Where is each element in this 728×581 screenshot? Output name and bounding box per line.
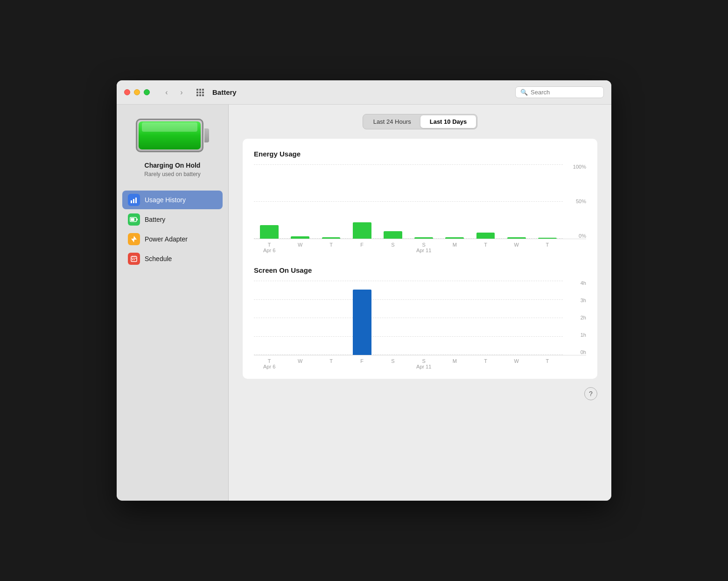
y-label-50: 50% bbox=[576, 199, 586, 204]
search-input[interactable] bbox=[531, 89, 599, 96]
main-window: ‹ › Battery 🔍 bbox=[117, 80, 611, 501]
sidebar-item-usage-history[interactable]: Usage History bbox=[122, 191, 223, 209]
x-day-label: F bbox=[360, 358, 364, 364]
x-day-label: S bbox=[422, 242, 425, 248]
bar-column bbox=[439, 164, 470, 239]
back-button[interactable]: ‹ bbox=[160, 86, 173, 99]
bar-column bbox=[501, 281, 532, 355]
search-bar[interactable]: 🔍 bbox=[515, 86, 604, 98]
x-label-col: W bbox=[501, 242, 532, 253]
y-label-0: 0% bbox=[579, 234, 586, 239]
x-label-col: M bbox=[439, 242, 470, 253]
x-label-col: TApr 6 bbox=[254, 242, 285, 253]
bar-column bbox=[347, 164, 378, 239]
x-day-label: T bbox=[484, 242, 487, 248]
sidebar-item-power-adapter[interactable]: Power Adapter bbox=[122, 230, 223, 248]
bar-column bbox=[532, 281, 563, 355]
x-day-label: T bbox=[268, 242, 271, 248]
svg-rect-4 bbox=[131, 218, 134, 221]
x-label-col: T bbox=[315, 358, 346, 369]
svg-rect-10 bbox=[131, 258, 137, 259]
content-area: Last 24 Hours Last 10 Days Energy Usage bbox=[229, 105, 611, 501]
screen-x-labels: TApr 6WTFSSApr 11MTWT bbox=[254, 358, 563, 369]
bar-column bbox=[254, 164, 285, 239]
x-day-label: W bbox=[298, 242, 302, 248]
energy-usage-chart: 100% 50% 0% bbox=[254, 164, 586, 239]
sidebar-label-schedule: Schedule bbox=[145, 255, 172, 262]
x-date-label: Apr 6 bbox=[263, 364, 275, 369]
y-label-1h: 1h bbox=[581, 333, 586, 338]
bar-column bbox=[315, 164, 346, 239]
x-label-col: T bbox=[470, 242, 501, 253]
x-label-col: T bbox=[532, 358, 563, 369]
minimize-button[interactable] bbox=[134, 89, 140, 95]
bar-column bbox=[315, 281, 346, 355]
battery-sub: Rarely used on battery bbox=[144, 171, 201, 177]
bar bbox=[322, 237, 341, 239]
x-label-col: M bbox=[439, 358, 470, 369]
bar-column bbox=[254, 281, 285, 355]
battery-icon bbox=[128, 213, 140, 226]
schedule-icon bbox=[128, 253, 140, 265]
x-day-label: W bbox=[298, 358, 302, 364]
x-day-label: T bbox=[484, 358, 487, 364]
sidebar-item-battery[interactable]: Battery bbox=[122, 210, 223, 229]
close-button[interactable] bbox=[124, 89, 130, 95]
x-label-col: F bbox=[347, 358, 378, 369]
tab-last-24h[interactable]: Last 24 Hours bbox=[364, 115, 420, 128]
bar bbox=[414, 237, 433, 239]
sidebar: Charging On Hold Rarely used on battery … bbox=[117, 105, 229, 501]
bar bbox=[384, 231, 402, 239]
y-label-2h: 2h bbox=[581, 315, 586, 320]
y-label-3h: 3h bbox=[581, 298, 586, 303]
energy-usage-section: Energy Usage 100% 50% 0% bbox=[254, 150, 586, 253]
bar-column bbox=[532, 164, 563, 239]
x-label-col: T bbox=[315, 242, 346, 253]
bar bbox=[445, 237, 464, 239]
tab-bar: Last 24 Hours Last 10 Days bbox=[363, 114, 477, 129]
bar bbox=[260, 225, 279, 239]
svg-rect-8 bbox=[133, 256, 133, 257]
bar-column bbox=[347, 281, 378, 355]
tab-last-10d[interactable]: Last 10 Days bbox=[420, 115, 476, 128]
screen-usage-chart: 4h 3h 2h 1h 0h bbox=[254, 281, 586, 355]
sidebar-item-schedule[interactable]: Schedule bbox=[122, 249, 223, 268]
svg-rect-5 bbox=[137, 219, 138, 220]
x-label-col: W bbox=[285, 358, 315, 369]
sidebar-label-power-adapter: Power Adapter bbox=[145, 235, 188, 243]
bar bbox=[538, 238, 557, 239]
bar-column bbox=[378, 164, 408, 239]
x-label-col: SApr 11 bbox=[408, 358, 439, 369]
usage-history-icon bbox=[128, 194, 140, 206]
bar bbox=[353, 290, 371, 355]
screen-y-labels: 4h 3h 2h 1h 0h bbox=[565, 281, 586, 355]
help-button[interactable]: ? bbox=[584, 387, 597, 400]
x-label-col: W bbox=[285, 242, 315, 253]
grid-icon[interactable] bbox=[196, 89, 204, 96]
x-label-col: T bbox=[532, 242, 563, 253]
x-day-label: S bbox=[422, 358, 425, 364]
bar bbox=[507, 237, 526, 239]
screen-usage-section: Screen On Usage 4h 3h bbox=[254, 266, 586, 369]
svg-rect-11 bbox=[132, 259, 133, 260]
forward-button[interactable]: › bbox=[175, 86, 188, 99]
screen-bars bbox=[254, 281, 563, 355]
energy-usage-title: Energy Usage bbox=[254, 150, 586, 158]
bar-column bbox=[285, 164, 315, 239]
y-label-100: 100% bbox=[573, 164, 586, 170]
fullscreen-button[interactable] bbox=[144, 89, 150, 95]
energy-y-labels: 100% 50% 0% bbox=[565, 164, 586, 239]
x-day-label: T bbox=[329, 242, 333, 248]
x-day-label: M bbox=[453, 242, 457, 248]
energy-x-labels: TApr 6WTFSSApr 11MTWT bbox=[254, 242, 563, 253]
bar-column bbox=[378, 281, 408, 355]
x-day-label: S bbox=[391, 358, 394, 364]
bar-column bbox=[408, 164, 439, 239]
bar bbox=[291, 236, 309, 239]
x-day-label: T bbox=[268, 358, 271, 364]
x-label-col: W bbox=[501, 358, 532, 369]
bar-column bbox=[470, 281, 501, 355]
x-day-label: S bbox=[391, 242, 394, 248]
x-date-label: Apr 6 bbox=[263, 248, 275, 253]
main-area: Charging On Hold Rarely used on battery … bbox=[117, 105, 611, 501]
